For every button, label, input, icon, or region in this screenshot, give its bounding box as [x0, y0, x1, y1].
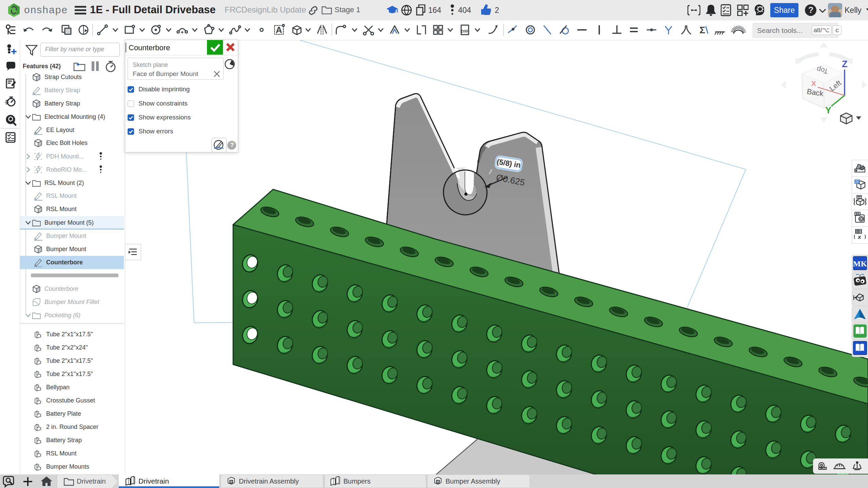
- svg-text:MK: MK: [853, 259, 867, 268]
- svg-text:Σ: Σ: [700, 25, 705, 35]
- svg-text:Y: Y: [825, 105, 831, 115]
- svg-text:Z: Z: [842, 59, 848, 69]
- svg-text:A: A: [276, 25, 282, 35]
- svg-text:x: x: [857, 234, 862, 240]
- svg-text:X: X: [811, 79, 816, 87]
- svg-text:DXF: DXF: [461, 29, 469, 33]
